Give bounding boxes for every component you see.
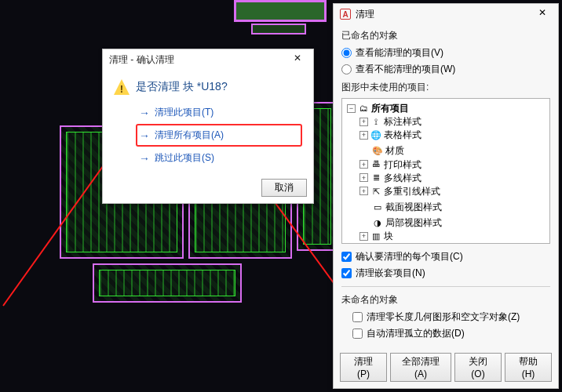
expand-icon[interactable]: + (359, 131, 368, 140)
warning-icon: ! (114, 79, 130, 95)
tree-view[interactable]: − 🗂 所有项目 +⟟标注样式+🌐表格样式🎨材质+🖶打印样式+≣多线样式+⇱多重… (341, 98, 550, 244)
tree-item[interactable]: +🌐表格样式 (359, 129, 422, 141)
tree-item[interactable]: +⟟标注样式 (359, 115, 422, 128)
tree-item[interactable]: +≣多线样式 (359, 172, 422, 184)
tree-root-label: 所有项目 (371, 102, 409, 114)
collapse-icon[interactable]: − (347, 104, 356, 113)
checkbox-label: 清理零长度几何图形和空文字对象(Z) (367, 310, 520, 324)
expand-icon[interactable]: + (359, 160, 368, 169)
tree-item[interactable]: +⇱多重引线样式 (359, 185, 440, 198)
confirm-purge-dialog: 清理 - 确认清理 ✕ ! 是否清理 块 *U18? → 清理此项目(T) → … (102, 49, 314, 204)
dialog-title: 清理 (356, 8, 374, 21)
leader-icon: ⇱ (370, 187, 381, 196)
radio-input[interactable] (341, 48, 352, 58)
lines-icon: ≣ (370, 173, 381, 183)
cancel-button[interactable]: 取消 (261, 179, 307, 197)
help-button[interactable]: 帮助(H) (505, 353, 552, 382)
tree-item-label: 表格样式 (384, 129, 422, 141)
tree-item-label: 标注样式 (384, 115, 422, 128)
radio-view-nonpurgeable[interactable]: 查看不能清理的项目(W) (341, 61, 550, 78)
block-icon: ▥ (370, 231, 381, 241)
checkbox-input[interactable] (352, 328, 363, 339)
radio-label: 查看不能清理的项目(W) (356, 63, 455, 76)
close-icon[interactable]: ✕ (533, 7, 552, 21)
checkbox-input[interactable] (341, 252, 352, 262)
arrow-right-icon: → (139, 152, 150, 165)
tree-item[interactable]: +🖶打印样式 (359, 158, 422, 171)
expand-icon[interactable]: + (359, 118, 368, 126)
cad-element (251, 24, 306, 34)
radio-input[interactable] (341, 64, 352, 74)
tree-item-label: 视觉样式 (384, 243, 422, 244)
folder-icon: 🗂 (358, 103, 369, 113)
unnamed-objects-header: 未命名的对象 (341, 293, 550, 307)
arrow-right-icon: → (139, 129, 150, 142)
close-button[interactable]: 关闭(O) (454, 353, 502, 382)
checkbox-input[interactable] (352, 312, 363, 322)
confirm-question-text: 是否清理 块 *U18? (136, 80, 228, 94)
radio-label: 查看能清理的项目(V) (356, 46, 443, 60)
dialog-title: 清理 - 确认清理 (109, 53, 174, 67)
purge-button[interactable]: 清理(P) (340, 353, 387, 382)
dialog-titlebar: A 清理 ✕ (334, 4, 558, 24)
tree-item-label: 打印样式 (384, 158, 422, 171)
tree-item-label: 材质 (385, 144, 404, 157)
tree-item[interactable]: ▭截面视图样式 (359, 201, 442, 213)
tree-item[interactable]: ◑局部视图样式 (359, 216, 442, 229)
purge-dialog: A 清理 ✕ 已命名的对象 查看能清理的项目(V) 查看不能清理的项目(W) 图… (333, 3, 559, 389)
expand-icon[interactable]: + (359, 173, 368, 182)
tree-header: 图形中未使用的项目: (341, 81, 550, 94)
globe-icon: 🌐 (370, 130, 381, 140)
printer-icon: 🖶 (370, 160, 381, 169)
tree-item-label: 多重引线样式 (384, 185, 440, 198)
dimstyle-icon: ⟟ (370, 117, 381, 126)
palette-icon: 🎨 (372, 146, 383, 155)
checkbox-label: 确认要清理的每个项目(C) (356, 250, 463, 263)
check-orphan-data[interactable]: 自动清理孤立的数据(D) (352, 325, 550, 342)
tree-item[interactable]: 🎨材质 (359, 144, 404, 157)
app-icon: A (340, 9, 351, 20)
named-objects-header: 已命名的对象 (341, 29, 550, 42)
checkbox-label: 自动清理孤立的数据(D) (367, 327, 465, 340)
tree-item-label: 截面视图样式 (385, 201, 442, 213)
cad-element (234, 0, 327, 22)
arrow-right-icon: → (139, 107, 150, 119)
check-confirm-each[interactable]: 确认要清理的每个项目(C) (341, 249, 550, 265)
cad-block (93, 263, 242, 303)
tree-item-label: 块 (384, 230, 393, 242)
tree-item-label: 多线样式 (384, 172, 422, 184)
option-skip[interactable]: → 跳过此项目(S) (136, 147, 302, 169)
check-zero-length[interactable]: 清理零长度几何图形和空文字对象(Z) (352, 309, 550, 325)
option-purge-all[interactable]: → 清理所有项目(A) (136, 124, 302, 147)
option-label: 清理此项目(T) (155, 106, 213, 119)
expand-icon[interactable]: + (359, 232, 368, 241)
section-icon: ▭ (372, 202, 383, 212)
tree-item-label: 局部视图样式 (385, 216, 442, 229)
purge-all-button[interactable]: 全部清理(A) (390, 353, 451, 382)
option-purge-this[interactable]: → 清理此项目(T) (136, 101, 302, 124)
confirm-question-row: ! 是否清理 块 *U18? (114, 76, 302, 101)
option-label: 跳过此项目(S) (155, 151, 214, 165)
check-nested[interactable]: 清理嵌套项目(N) (341, 265, 550, 281)
checkbox-input[interactable] (341, 268, 352, 278)
tree-item[interactable]: +▥块 (359, 230, 393, 242)
checkbox-label: 清理嵌套项目(N) (356, 267, 425, 280)
tree-root[interactable]: − 🗂 所有项目 (347, 102, 409, 114)
dialog-titlebar: 清理 - 确认清理 ✕ (103, 49, 313, 70)
tree-item[interactable]: +◎视觉样式 (359, 243, 422, 244)
option-label: 清理所有项目(A) (155, 129, 224, 142)
expand-icon[interactable]: + (359, 187, 368, 195)
radio-view-purgeable[interactable]: 查看能清理的项目(V) (341, 45, 550, 61)
detail-icon: ◑ (372, 218, 383, 227)
close-icon[interactable]: ✕ (288, 53, 307, 67)
